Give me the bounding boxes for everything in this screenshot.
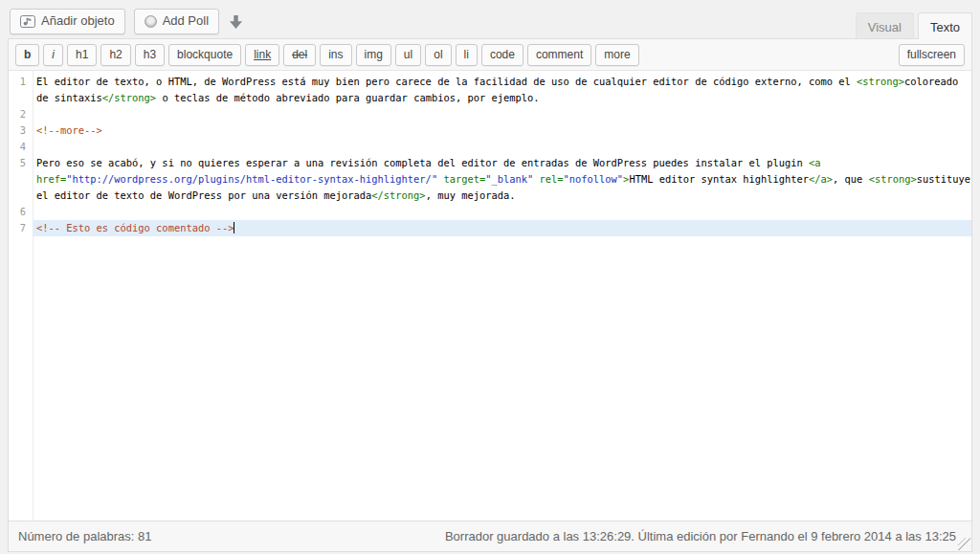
code-segment-tag: href= xyxy=(36,173,66,185)
quicktag-link-button[interactable]: link xyxy=(245,44,279,66)
editor-top-bar: Añadir objeto Add Poll VisualTexto xyxy=(0,0,980,38)
code-line-4[interactable]: 4 xyxy=(9,139,971,155)
code-line-content: Pero eso se acabó, y si no quieres esper… xyxy=(33,155,971,204)
quicktag-ul-button[interactable]: ul xyxy=(395,44,421,66)
code-segment-comment: <!--more--> xyxy=(36,124,102,136)
line-number: 1 xyxy=(9,74,33,106)
word-count-value: 81 xyxy=(138,529,151,543)
tab-texto[interactable]: Texto xyxy=(918,12,972,39)
word-count: Número de palabras: 81 xyxy=(18,529,152,543)
word-count-label: Número de palabras: xyxy=(18,529,134,543)
quicktag-h2-button[interactable]: h2 xyxy=(100,44,130,66)
quicktag-h1-button[interactable]: h1 xyxy=(67,44,97,66)
code-segment-plain: o teclas de método abreviado para guarda… xyxy=(156,92,539,103)
add-media-button[interactable]: Añadir objeto xyxy=(10,9,125,34)
line-number: 5 xyxy=(9,155,33,204)
line-number: 6 xyxy=(9,204,33,220)
code-segment-string: "http://wordpress.org/plugins/html-edito… xyxy=(66,173,437,185)
quicktag-code-button[interactable]: code xyxy=(481,44,523,66)
media-note-icon xyxy=(20,14,35,29)
quicktag-b-button[interactable]: b xyxy=(15,44,39,66)
code-segment-plain: HTML editor syntax highlighter xyxy=(629,173,809,185)
quicktag-ol-button[interactable]: ol xyxy=(425,44,451,66)
code-lines: 1El editor de texto, o HTML, de WordPres… xyxy=(9,74,971,236)
code-segment-string: "nofollow" xyxy=(564,173,624,185)
code-line-2[interactable]: 2 xyxy=(9,106,971,122)
code-segment-tag: <strong> xyxy=(857,76,904,87)
quicktag-li-button[interactable]: li xyxy=(456,44,478,66)
code-segment-tag: </strong> xyxy=(371,189,425,201)
editor-mode-tabs: VisualTexto xyxy=(856,12,972,38)
code-segment-plain: , que xyxy=(833,173,869,185)
code-line-content: <!-- Esto es código comentado --> xyxy=(33,220,971,236)
code-segment-plain: , muy mejorada. xyxy=(426,189,516,201)
code-segment-comment: <!-- Esto es código comentado --> xyxy=(36,222,234,233)
add-poll-button[interactable]: Add Poll xyxy=(134,9,219,34)
code-segment-tag: target= xyxy=(443,173,485,185)
line-number: 7 xyxy=(9,220,33,236)
code-line-6[interactable]: 6 xyxy=(9,204,971,220)
poll-circle-icon xyxy=(145,15,157,28)
code-line-1[interactable]: 1El editor de texto, o HTML, de WordPres… xyxy=(9,74,971,106)
code-line-content: El editor de texto, o HTML, de WordPress… xyxy=(33,74,971,106)
text-cursor xyxy=(234,222,234,233)
status-bar: Número de palabras: 81 Borrador guardado… xyxy=(9,521,971,551)
text-editor-panel: bih1h2h3blockquotelinkdelinsimgulollicod… xyxy=(8,38,972,552)
code-line-5[interactable]: 5Pero eso se acabó, y si no quieres espe… xyxy=(9,155,971,204)
down-arrow-icon[interactable] xyxy=(230,15,242,29)
code-segment-tag: </strong> xyxy=(102,92,156,103)
quicktag-del-button[interactable]: del xyxy=(283,44,316,66)
code-line-3[interactable]: 3<!--more--> xyxy=(9,122,971,139)
code-line-7[interactable]: 7<!-- Esto es código comentado --> xyxy=(9,220,971,236)
quicktag-buttons: bih1h2h3blockquotelinkdelinsimgulollicod… xyxy=(15,44,639,66)
code-line-content xyxy=(33,204,971,220)
quicktag-comment-button[interactable]: comment xyxy=(527,44,591,66)
resize-grip-icon[interactable] xyxy=(958,538,970,550)
code-editor[interactable]: 1El editor de texto, o HTML, de WordPres… xyxy=(9,71,971,521)
add-media-label: Añadir objeto xyxy=(41,13,115,29)
quicktags-toolbar: bih1h2h3blockquotelinkdelinsimgulollicod… xyxy=(9,39,971,71)
code-segment-tag: </a> xyxy=(809,173,833,185)
code-segment-plain: El editor de texto, o HTML, de WordPress… xyxy=(36,76,857,87)
quicktag-i-button[interactable]: i xyxy=(43,44,63,66)
code-segment-tag: rel= xyxy=(540,173,564,185)
code-segment-plain: Pero eso se acabó, y si no quieres esper… xyxy=(36,157,809,168)
save-status: Borrador guardado a las 13:26:29. Última… xyxy=(445,529,956,543)
line-number: 2 xyxy=(9,106,33,122)
code-segment-tag: <a xyxy=(809,157,827,168)
code-segment-string: "_blank" xyxy=(485,173,533,185)
fullscreen-button[interactable]: fullscreen xyxy=(899,44,965,66)
code-line-content xyxy=(33,106,971,122)
code-line-content: <!--more--> xyxy=(33,122,971,139)
quicktag-blockquote-button[interactable]: blockquote xyxy=(168,44,241,66)
line-number: 4 xyxy=(9,139,33,155)
add-poll-label: Add Poll xyxy=(163,13,209,29)
quicktag-more-button[interactable]: more xyxy=(595,44,638,66)
quicktag-h3-button[interactable]: h3 xyxy=(135,44,165,66)
code-segment-tag: <strong> xyxy=(869,173,917,185)
tab-visual[interactable]: Visual xyxy=(856,12,914,38)
quicktag-ins-button[interactable]: ins xyxy=(320,44,351,66)
quicktag-img-button[interactable]: img xyxy=(356,44,391,66)
line-number: 3 xyxy=(9,122,33,139)
media-buttons-group: Añadir objeto Add Poll xyxy=(10,9,242,34)
code-line-content xyxy=(33,139,971,155)
